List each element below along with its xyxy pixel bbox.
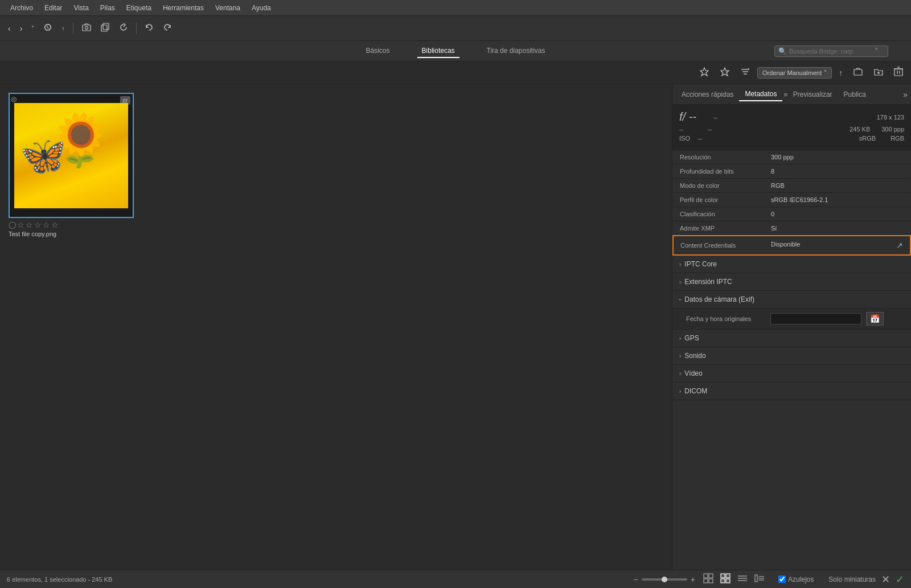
star-2[interactable]: ☆ <box>26 220 33 229</box>
svg-rect-30 <box>755 575 757 582</box>
view-grid-button[interactable] <box>701 572 716 587</box>
meta-value-color: RGB <box>764 179 910 193</box>
toolbar: ‹ › ˅ ↑ <box>0 16 911 41</box>
tab-metadatos[interactable]: Metadatos <box>739 88 782 101</box>
menu-herramientas[interactable]: Herramientas <box>157 3 210 13</box>
view-detail-button[interactable] <box>752 572 767 587</box>
filter-button[interactable]: ˅ <box>737 64 754 81</box>
meta-label-bits: Profundidad de bits <box>673 165 764 179</box>
menu-ventana[interactable]: Ventana <box>210 3 246 13</box>
quality-dropdown-icon[interactable]: ˅ <box>716 64 733 81</box>
meta-value-perfil: sRGB IEC61966-2.1 <box>764 193 910 207</box>
star-5[interactable]: ☆ <box>51 220 59 229</box>
star-1[interactable]: ☆ <box>17 220 24 229</box>
meta-label-resolucion: Resolución <box>673 150 764 165</box>
sort-direction-button[interactable]: ↑ <box>835 66 846 80</box>
get-photos-button[interactable] <box>78 20 95 36</box>
meta-label-color: Modo de color <box>673 179 764 193</box>
menu-ayuda[interactable]: Ayuda <box>246 3 277 13</box>
iso-label: ISO <box>679 135 690 142</box>
new-folder-button[interactable] <box>870 64 887 81</box>
menu-pilas[interactable]: Pilas <box>95 3 121 13</box>
meta-content: f/ -- -- 178 x 123 -- -- 245 KB 300 ppp … <box>672 105 911 570</box>
new-folder-camera-button[interactable] <box>850 64 867 81</box>
shutter-display: -- <box>713 114 736 121</box>
solo-label: Solo miniaturas <box>828 575 876 583</box>
meta-panel: Acciones rápidas Metadatos ≡ Previsualiz… <box>672 84 911 570</box>
sort-label: Ordenar Manualment <box>762 69 822 76</box>
main-content: cr ◎ 🌻 🦋 ◯ ☆ ☆ ☆ ☆ ☆ Test file copy.png <box>0 84 911 570</box>
zoom-minus-button[interactable]: − <box>634 575 638 584</box>
zoom-thumb <box>662 577 667 582</box>
circle-icon: ◎ <box>11 95 17 103</box>
star-3[interactable]: ☆ <box>34 220 42 229</box>
menu-etiqueta[interactable]: Etiqueta <box>121 3 157 13</box>
section-sonido[interactable]: › Sonido <box>672 347 911 365</box>
section-gps[interactable]: › GPS <box>672 330 911 347</box>
external-link-icon[interactable]: ↗ <box>896 241 903 250</box>
section-label-iptc-core: IPTC Core <box>684 260 717 268</box>
delete-button[interactable] <box>891 64 906 81</box>
table-row: Resolución 300 ppp <box>673 150 910 165</box>
copy-paste-button[interactable] <box>97 20 113 36</box>
section-extension-iptc[interactable]: › Extensión IPTC <box>672 273 911 291</box>
list-item[interactable]: cr ◎ 🌻 🦋 ◯ ☆ ☆ ☆ ☆ ☆ Test file copy.png <box>9 93 134 237</box>
svg-text:˅: ˅ <box>725 71 728 75</box>
star-4[interactable]: ☆ <box>43 220 50 229</box>
zoom-plus-button[interactable]: + <box>691 575 695 584</box>
undo-button[interactable] <box>141 20 157 36</box>
tab-publica[interactable]: Publica <box>838 88 872 101</box>
svg-rect-0 <box>83 25 91 31</box>
section-datos-camara[interactable]: › Datos de cámara (Exif) <box>672 291 911 309</box>
svg-rect-24 <box>726 574 730 578</box>
thumbnail-wrapper[interactable]: cr ◎ 🌻 🦋 <box>9 93 134 218</box>
redo-button[interactable] <box>159 20 175 36</box>
section-label-sonido: Sonido <box>684 352 705 360</box>
search-icon: 🔍 <box>778 47 787 55</box>
arrow-sonido: › <box>679 353 681 359</box>
tab-basicos[interactable]: Básicos <box>362 44 395 58</box>
cancel-button[interactable]: ✕ <box>881 573 890 586</box>
nav-up-button[interactable]: ↑ <box>58 23 68 34</box>
exif-section-content: Fecha y hora originales 📅 <box>672 309 911 330</box>
credentials-row: Content Credentials Disponible ↗ <box>673 236 910 255</box>
section-label-dicom: DICOM <box>684 387 707 395</box>
svg-marker-4 <box>700 68 708 76</box>
recent-folders-button[interactable] <box>40 20 56 36</box>
tiles-checkbox[interactable] <box>778 575 786 583</box>
section-iptc-core[interactable]: › IPTC Core <box>672 256 911 273</box>
arrow-datos-camara: › <box>677 298 683 300</box>
fecha-label: Fecha y hora originales <box>686 315 766 322</box>
calendar-icon[interactable]: 📅 <box>866 312 884 326</box>
tab-previsualizar[interactable]: Previsualizar <box>787 88 838 101</box>
svg-point-1 <box>85 27 88 30</box>
arrow-gps: › <box>679 335 681 342</box>
exif-row-3: ISO -- sRGB RGB <box>679 135 904 142</box>
search-dropdown-icon[interactable]: ˅ <box>875 47 878 55</box>
exif-quick: f/ -- -- 178 x 123 -- -- 245 KB 300 ppp … <box>672 105 911 150</box>
menu-vista[interactable]: Vista <box>68 3 94 13</box>
zoom-slider[interactable] <box>642 578 687 581</box>
section-dicom[interactable]: › DICOM <box>672 383 911 400</box>
tab-bibliotecas[interactable]: Bibliotecas <box>417 44 459 58</box>
nav-forward-button[interactable]: › <box>17 22 26 35</box>
view-tiles-button[interactable] <box>718 572 733 587</box>
tab-tira[interactable]: Tira de diapositivas <box>482 44 550 58</box>
fecha-input[interactable] <box>770 313 861 324</box>
quality-icon[interactable] <box>696 64 713 81</box>
confirm-button[interactable]: ✓ <box>896 573 904 586</box>
table-row: Modo de color RGB <box>673 179 910 193</box>
nav-back-button[interactable]: ‹ <box>5 22 14 35</box>
arrow-video: › <box>679 371 681 377</box>
view-list-button[interactable] <box>735 572 750 587</box>
section-video[interactable]: › Vídeo <box>672 365 911 383</box>
menu-editar[interactable]: Editar <box>39 3 68 13</box>
svg-rect-22 <box>709 579 713 583</box>
meta-tab-more[interactable]: » <box>903 90 908 99</box>
search-input[interactable] <box>789 48 875 55</box>
tab-acciones[interactable]: Acciones rápidas <box>676 88 739 101</box>
rotate-button[interactable] <box>116 20 132 36</box>
sort-dropdown[interactable]: Ordenar Manualment ˅ <box>757 67 832 79</box>
menu-archivo[interactable]: Archivo <box>5 3 39 13</box>
nav-dropdown-button[interactable]: ˅ <box>28 23 38 34</box>
